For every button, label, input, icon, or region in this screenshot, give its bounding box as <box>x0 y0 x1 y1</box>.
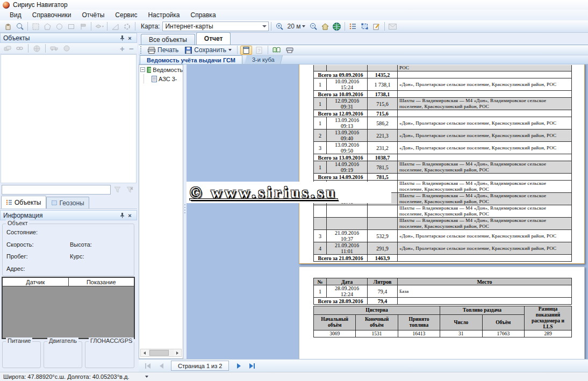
add-icon[interactable]: + <box>118 44 126 53</box>
close-icon[interactable]: × <box>126 212 134 219</box>
reading-col-header: Показание <box>69 278 134 286</box>
close-icon[interactable]: × <box>126 34 134 42</box>
sphere-icon[interactable] <box>61 44 72 54</box>
search-input[interactable] <box>2 185 111 195</box>
geozone-icon[interactable] <box>359 21 370 32</box>
menu-item[interactable]: Справочники <box>27 10 77 20</box>
address-label: Адрес: <box>6 265 25 272</box>
link-icon[interactable] <box>14 44 25 54</box>
page-node-icon <box>152 76 157 82</box>
expander-icon[interactable]: − <box>140 67 145 72</box>
glonass-groupbox: ГЛОНАСС/GPS <box>85 341 134 368</box>
toolbar-grip[interactable] <box>140 46 142 54</box>
pin-icon[interactable] <box>118 34 126 42</box>
menu-item[interactable]: Справка <box>185 10 221 20</box>
page-icon <box>243 47 249 54</box>
facing-pages-button[interactable] <box>271 46 283 55</box>
tree-hscrollbar[interactable] <box>140 349 182 357</box>
table-row: Шахты — Владимировская — М4 «Дон», Влади… <box>314 218 572 230</box>
tab-geozones[interactable]: Геозоны <box>46 197 89 209</box>
measure-icon[interactable] <box>110 21 121 32</box>
help-button[interactable]: ? <box>253 46 265 55</box>
pan-hand-icon[interactable] <box>2 21 13 32</box>
course-label: Курс: <box>70 253 84 260</box>
mileage-label: Пробег: <box>6 253 28 260</box>
menu-item[interactable]: Настройка <box>142 10 185 20</box>
group-icon[interactable] <box>2 44 13 54</box>
fuel-table-body: РОСВсего за 09.09.20161435,2110.09.2016 … <box>314 65 572 262</box>
print-button[interactable]: Печать <box>145 46 181 55</box>
table-row: 113.09.2016 09:13586,2«Дон», Пролетарско… <box>314 117 572 130</box>
layers-dropdown-icon[interactable] <box>94 21 105 32</box>
tab-objects[interactable]: Объекты <box>1 196 46 209</box>
prev-page-button[interactable] <box>155 361 167 371</box>
object-list-icon[interactable] <box>347 21 358 32</box>
map-scale-select[interactable]: 20 м <box>285 21 307 32</box>
tree-node-root[interactable]: − Ведомость <box>139 65 183 74</box>
menu-item[interactable]: Сервис <box>110 10 142 20</box>
total-row: Всего за 12.09.2016715,6 <box>314 110 572 117</box>
report-content: − Ведомость АЗС 3- <box>139 64 588 359</box>
pin-icon[interactable] <box>118 212 126 219</box>
remove-icon[interactable]: − <box>127 44 135 53</box>
report-preview[interactable]: РОСВсего за 09.09.20161435,2110.09.2016 … <box>187 64 588 359</box>
engine-label: Двигатель <box>47 337 78 344</box>
scroll-left-arrow[interactable] <box>141 349 148 356</box>
circle-select-icon[interactable] <box>54 21 65 32</box>
scroll-right-arrow[interactable] <box>174 349 181 356</box>
first-page-button[interactable] <box>142 361 154 371</box>
edit-icon[interactable] <box>371 21 382 32</box>
menu-item[interactable]: Отчёты <box>76 10 110 20</box>
statusbar-expander[interactable] <box>145 376 148 378</box>
engine-groupbox: Двигатель <box>44 341 82 368</box>
scroll-thumb[interactable] <box>149 350 169 356</box>
altitude-label: Высота: <box>70 241 92 248</box>
report-page-2: № Дата Литров Место 1 28.09.2016 12:24 7… <box>299 267 585 359</box>
watermark-band: © www.sirius.su <box>187 182 391 203</box>
zoom-in-icon[interactable] <box>274 21 285 32</box>
coordinates-text: Широта: 47.88920°с.ш. Долгота: 40.05203°… <box>3 373 129 380</box>
second-fuel-table: № Дата Литров Место 1 28.09.2016 12:24 7… <box>313 278 572 305</box>
flag-icon[interactable] <box>77 21 89 32</box>
last-page-button[interactable] <box>246 361 258 371</box>
objects-list[interactable] <box>1 54 137 183</box>
power-groupbox: Питание <box>2 341 41 368</box>
doc-tab-fuel-report[interactable]: Ведомость учёта выдачи ГСМ <box>140 55 242 64</box>
table-header-row: № Дата Литров Место <box>314 278 572 285</box>
route-icon[interactable] <box>121 21 133 32</box>
frame-select-icon[interactable] <box>30 21 41 32</box>
doc-tab-cubes[interactable]: 3-и куба <box>245 55 283 64</box>
book-node-icon <box>147 67 151 73</box>
mail-icon[interactable] <box>387 21 398 32</box>
zoom-out-icon[interactable] <box>307 21 319 32</box>
table-row: 213.09.2016 09:40221,3«Дон», Пролетарско… <box>314 130 572 142</box>
save-button[interactable]: Сохранить <box>182 46 234 55</box>
filter-clear-icon[interactable] <box>124 185 135 195</box>
vehicle-icon[interactable] <box>48 44 60 54</box>
tree-node-child[interactable]: АЗС 3- <box>139 74 183 83</box>
zoom-select-icon[interactable] <box>14 21 25 32</box>
page-navigation-bar: Страница 1 из 2 <box>139 359 588 372</box>
report-tree-panel: − Ведомость АЗС 3- <box>139 64 183 359</box>
rect-select-icon[interactable] <box>66 21 77 32</box>
globe-small-icon[interactable] <box>31 44 42 54</box>
next-page-button[interactable] <box>233 361 245 371</box>
menu-item[interactable]: Вид <box>4 10 27 20</box>
report-page-1: РОСВсего за 09.09.20161435,2110.09.2016 … <box>299 64 585 264</box>
filter-icon[interactable] <box>112 185 123 195</box>
title-bar: Сириус Навигатор <box>0 0 588 10</box>
tab-all-objects[interactable]: Все объекты <box>141 34 195 45</box>
globe-icon[interactable] <box>331 21 342 32</box>
map-toolbar: Карта: Интернет-карты 20 м <box>0 20 588 33</box>
map-select[interactable]: Интернет-карты <box>162 21 269 31</box>
polygon-select-icon[interactable] <box>42 21 53 32</box>
home-icon[interactable] <box>319 21 331 32</box>
tab-report[interactable]: Отчет <box>196 32 231 45</box>
save-dropdown-caret[interactable] <box>228 49 232 51</box>
sensor-col-header: Датчик <box>3 278 69 286</box>
report-toolbar: Печать Сохранить ? <box>139 45 588 55</box>
printer-icon <box>148 47 155 54</box>
print-layout-button[interactable] <box>284 46 296 55</box>
window-title: Сириус Навигатор <box>13 1 68 9</box>
single-page-view-button[interactable] <box>240 46 252 55</box>
